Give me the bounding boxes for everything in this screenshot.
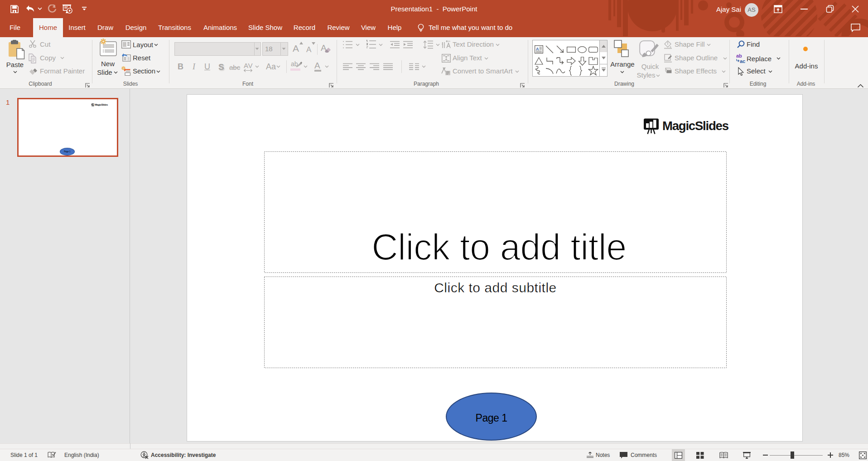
svg-text:ab: ab (736, 53, 742, 58)
svg-text:MagicSlides: MagicSlides (662, 119, 729, 133)
svg-text:A: A (536, 47, 539, 51)
svg-text:MagicSlides: MagicSlides (95, 103, 108, 106)
svg-text:ac: ac (740, 58, 745, 63)
